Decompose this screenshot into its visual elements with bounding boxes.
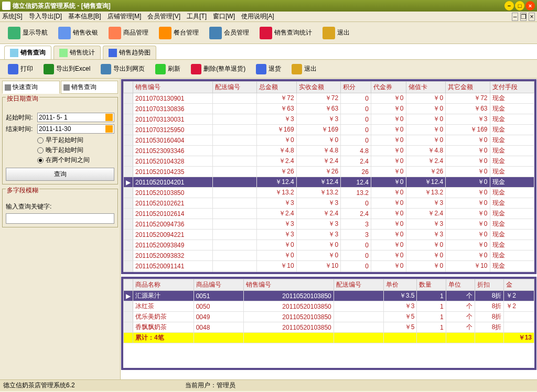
table-row[interactable]: 20110520102621￥3￥30￥0￥3￥0现金 bbox=[124, 198, 534, 209]
query-button[interactable]: 查询 bbox=[6, 168, 114, 181]
tab-sales-query[interactable]: 销售查询 bbox=[61, 81, 119, 94]
menu-basic[interactable]: 基本信息[B] bbox=[68, 12, 101, 21]
table-row[interactable]: 20110703130031￥3￥30￥0￥0￥3现金 bbox=[124, 114, 534, 125]
menu-shop[interactable]: 店铺管理[M] bbox=[108, 12, 142, 21]
subtool-exit2[interactable]: 退出 bbox=[287, 61, 321, 77]
member-icon bbox=[209, 27, 222, 39]
cell: 4.8 bbox=[341, 146, 371, 156]
subtool-print[interactable]: 打印 bbox=[3, 61, 38, 77]
cell: 0 bbox=[341, 251, 371, 261]
tab-quick-query[interactable]: 快速查询 bbox=[2, 81, 60, 94]
view-tab-2[interactable]: 销售趋势图 bbox=[103, 46, 156, 59]
table-row[interactable]: 20110520094221￥3￥33￥0￥3￥0现金 bbox=[124, 230, 534, 240]
table-row[interactable]: 20110520104235￥26￥2626￥0￥26￥0现金 bbox=[124, 167, 534, 177]
table-row[interactable]: 香飘飘奶茶004820110520103850￥51个8折 bbox=[124, 322, 534, 333]
cell: ￥0 bbox=[406, 125, 446, 135]
table-row[interactable]: 20110520091136￥10.4￥10.410.4￥0￥10.4￥0现金 bbox=[124, 271, 534, 273]
col-header[interactable]: 折扣 bbox=[475, 279, 504, 291]
col-header[interactable]: 数量 bbox=[417, 279, 446, 291]
subtool-refresh[interactable]: 刷新 bbox=[151, 61, 185, 77]
col-header[interactable]: 储值卡 bbox=[406, 82, 446, 93]
table-icon bbox=[159, 27, 171, 39]
mdi-close[interactable]: × bbox=[529, 13, 535, 21]
subtool-delete[interactable]: 删除(整单退货) bbox=[186, 61, 250, 77]
col-header[interactable]: 销售编号 bbox=[244, 279, 334, 291]
col-header[interactable]: 单位 bbox=[446, 279, 475, 291]
cell: 20110703125950 bbox=[133, 125, 213, 135]
close-button[interactable]: × bbox=[525, 1, 535, 10]
col-header[interactable]: 实收金额 bbox=[296, 82, 340, 93]
col-header[interactable]: 销售编号 bbox=[133, 82, 213, 93]
table-row[interactable]: 优乐美奶茶004920110520103850￥51个8折 bbox=[124, 312, 534, 322]
cell bbox=[212, 156, 256, 167]
view-tab-0[interactable]: 销售查询 bbox=[4, 46, 51, 59]
menu-system[interactable]: 系统[S] bbox=[2, 12, 23, 21]
radio-before[interactable] bbox=[37, 137, 44, 144]
table-row[interactable]: 冰红茶005020110520103850￥31个8折￥2 bbox=[124, 301, 534, 312]
dropdown-icon[interactable] bbox=[105, 125, 113, 133]
view-tab-1[interactable]: 销售统计 bbox=[53, 46, 101, 59]
toolbar-member[interactable]: 会员管理 bbox=[205, 24, 254, 42]
menu-help[interactable]: 使用说明[A] bbox=[241, 12, 274, 21]
maximize-button[interactable]: □ bbox=[515, 1, 524, 10]
radio-after-label: 晚于起始时间 bbox=[46, 146, 83, 155]
cell: 20110520102614 bbox=[133, 209, 213, 219]
orders-grid[interactable]: 销售编号配送编号总金额实收金额积分代金券储值卡其它金额支付手段201107031… bbox=[123, 81, 534, 272]
minimize-button[interactable]: − bbox=[504, 1, 514, 10]
col-header[interactable]: 支付手段 bbox=[490, 82, 534, 93]
col-header[interactable]: 商品编号 bbox=[194, 279, 244, 291]
table-row[interactable]: 20110520102614￥2.4￥2.42.4￥0￥2.4￥0现金 bbox=[124, 209, 534, 219]
col-header[interactable]: 配送编号 bbox=[334, 279, 384, 291]
radio-after[interactable] bbox=[37, 147, 44, 154]
table-row[interactable]: 20110520093832￥0￥00￥0￥0￥0现金 bbox=[124, 251, 534, 261]
table-row[interactable]: 20110520103850￥13.2￥13.213.2￥0￥13.2￥0现金 bbox=[124, 188, 534, 198]
col-header[interactable]: 商品名称 bbox=[133, 279, 194, 291]
col-header[interactable]: 配送编号 bbox=[212, 82, 256, 93]
table-row[interactable]: ▶20110520104201￥12.4￥12.412.4￥0￥12.4￥0现金 bbox=[124, 177, 534, 188]
cell: ￥10.4 bbox=[257, 271, 297, 273]
col-header[interactable]: 代金券 bbox=[371, 82, 406, 93]
table-row[interactable]: 20110703125950￥169￥1690￥0￥0￥169现金 bbox=[124, 125, 534, 135]
col-header[interactable]: 总金额 bbox=[257, 82, 297, 93]
table-row[interactable]: 20110523093346￥4.8￥4.84.8￥0￥4.8￥0现金 bbox=[124, 146, 534, 156]
table-row[interactable]: 20110703130836￥63￥630￥0￥0￥63现金 bbox=[124, 104, 534, 114]
menu-window[interactable]: 窗口[W] bbox=[213, 12, 235, 21]
mdi-restore[interactable]: ❐ bbox=[520, 13, 527, 21]
cell: ￥5 bbox=[384, 322, 417, 333]
table-row[interactable]: 20110520094736￥3￥33￥0￥3￥0现金 bbox=[124, 219, 534, 230]
menu-tools[interactable]: 工具[T] bbox=[187, 12, 207, 21]
cell bbox=[212, 146, 256, 156]
toolbar-nav[interactable]: 显示导航 bbox=[3, 24, 52, 42]
web-icon bbox=[101, 64, 111, 74]
toolbar-table[interactable]: 餐台管理 bbox=[154, 24, 203, 42]
menu-import[interactable]: 导入导出[D] bbox=[29, 12, 62, 21]
col-header[interactable]: 单价 bbox=[384, 279, 417, 291]
menu-member[interactable]: 会员管理[V] bbox=[147, 12, 180, 21]
details-grid[interactable]: 商品名称商品编号销售编号配送编号单价数量单位折扣金▶汇源果汁0051201105… bbox=[123, 279, 534, 368]
end-date-input[interactable]: 2011-11-30 bbox=[37, 124, 114, 134]
col-header[interactable]: 积分 bbox=[341, 82, 371, 93]
col-header[interactable]: 其它金额 bbox=[446, 82, 490, 93]
fuzzy-input[interactable] bbox=[6, 213, 114, 224]
col-header[interactable]: 金 bbox=[504, 279, 534, 291]
cell: ￥0 bbox=[446, 156, 490, 167]
toolbar-exit[interactable]: 退出 bbox=[318, 24, 355, 42]
toolbar-stats[interactable]: 销售查询统计 bbox=[255, 24, 317, 42]
table-row[interactable]: 20110703130901￥72￥720￥0￥0￥72现金 bbox=[124, 93, 534, 104]
dropdown-icon[interactable] bbox=[105, 114, 113, 121]
start-date-input[interactable]: 2011- 5- 1 bbox=[37, 113, 114, 122]
mdi-minimize[interactable]: – bbox=[512, 13, 518, 21]
table-row[interactable]: 20110530160404￥0￥00￥0￥0￥0现金 bbox=[124, 135, 534, 146]
cell bbox=[212, 125, 256, 135]
toolbar-prod[interactable]: 商品管理 bbox=[104, 24, 153, 42]
sub-toolbar: 打印导出到Excel导出到网页刷新删除(整单退货)退货退出 bbox=[0, 60, 537, 79]
subtool-return[interactable]: 退货 bbox=[251, 61, 286, 77]
subtool-web[interactable]: 导出到网页 bbox=[96, 61, 149, 77]
toolbar-cash[interactable]: 销售收银 bbox=[53, 24, 103, 42]
table-row[interactable]: 20110520104328￥2.4￥2.42.4￥0￥2.4￥0现金 bbox=[124, 156, 534, 167]
radio-between[interactable] bbox=[37, 157, 44, 164]
subtool-excel[interactable]: 导出到Excel bbox=[39, 61, 95, 77]
table-row[interactable]: ▶汇源果汁005120110520103850￥3.51个8折￥2 bbox=[124, 291, 534, 301]
table-row[interactable]: 20110520093849￥0￥00￥0￥0￥0现金 bbox=[124, 240, 534, 251]
table-row[interactable]: 20110520091141￥10￥100￥0￥0￥10现金 bbox=[124, 261, 534, 271]
